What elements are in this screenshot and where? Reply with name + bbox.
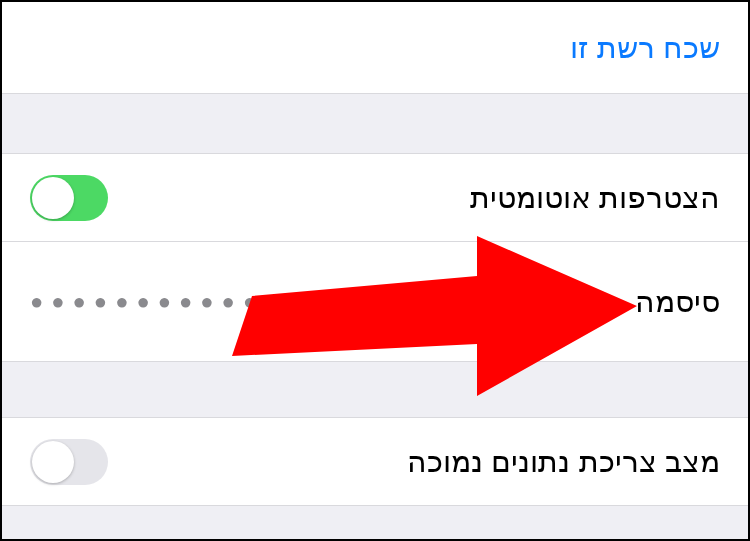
forget-network-row[interactable]: שכח רשת זו <box>2 2 748 94</box>
password-mask: ●●●●●●●●●●●● <box>30 289 285 315</box>
section-gap-1 <box>2 94 748 154</box>
auto-join-label: הצטרפות אוטומטית <box>470 180 720 215</box>
password-row[interactable]: סיסמה ●●●●●●●●●●●● <box>2 242 748 362</box>
section-gap-2 <box>2 362 748 418</box>
auto-join-row: הצטרפות אוטומטית <box>2 154 748 242</box>
forget-network-link[interactable]: שכח רשת זו <box>570 30 720 65</box>
auto-join-toggle[interactable] <box>30 175 108 221</box>
toggle-knob-icon <box>32 177 74 219</box>
toggle-knob-icon <box>32 441 74 483</box>
password-label: סיסמה <box>635 284 720 319</box>
low-data-toggle[interactable] <box>30 439 108 485</box>
low-data-row: מצב צריכת נתונים נמוכה <box>2 418 748 506</box>
low-data-label: מצב צריכת נתונים נמוכה <box>407 444 720 479</box>
section-gap-3 <box>2 506 748 541</box>
